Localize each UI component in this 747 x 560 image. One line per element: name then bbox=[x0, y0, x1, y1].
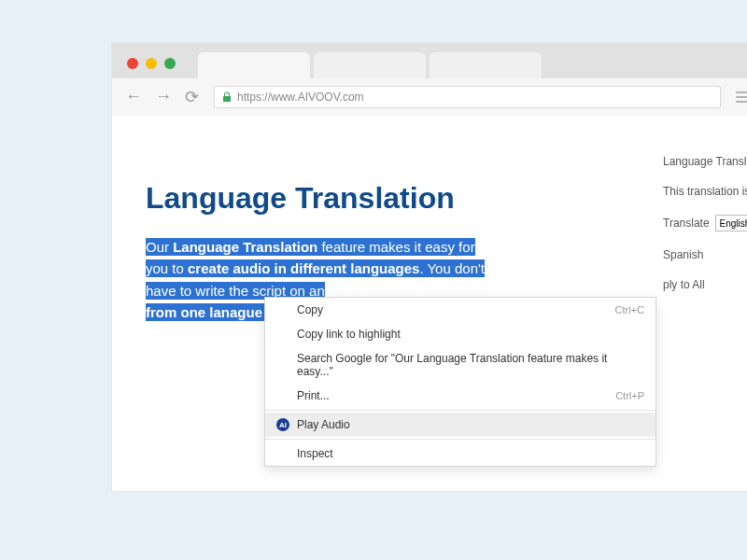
apply-label: ply to All bbox=[663, 278, 747, 291]
menu-separator bbox=[265, 439, 655, 440]
side-panel: Language Transla This translation is Tra… bbox=[663, 155, 747, 291]
menu-print[interactable]: Print... Ctrl+P bbox=[265, 384, 655, 408]
menu-inspect[interactable]: Inspect bbox=[265, 441, 655, 466]
spacer-icon bbox=[276, 358, 289, 371]
translate-label: Translate bbox=[663, 217, 710, 230]
menu-copy-link[interactable]: Copy link to highlight bbox=[265, 322, 655, 346]
side-panel-note: This translation is bbox=[663, 185, 747, 198]
maximize-window-icon[interactable] bbox=[164, 58, 176, 69]
window-controls bbox=[121, 58, 181, 78]
lock-icon bbox=[222, 91, 232, 103]
language-input-source[interactable] bbox=[715, 215, 747, 231]
url-text: https://www.AIVOOV.com bbox=[237, 91, 364, 104]
address-bar: ← → ⟳ https://www.AIVOOV.com bbox=[112, 78, 747, 116]
spacer-icon bbox=[276, 328, 289, 341]
translate-row: Translate bbox=[663, 215, 747, 231]
back-icon[interactable]: ← bbox=[125, 87, 142, 107]
tabs-container bbox=[198, 52, 545, 78]
minimize-window-icon[interactable] bbox=[146, 58, 157, 69]
menu-separator bbox=[265, 410, 655, 411]
forward-icon[interactable]: → bbox=[155, 87, 172, 107]
tab-bar bbox=[112, 43, 747, 78]
browser-tab-active[interactable] bbox=[198, 52, 310, 78]
menu-icon[interactable] bbox=[736, 91, 747, 103]
browser-tab[interactable] bbox=[430, 52, 542, 78]
spacer-icon bbox=[276, 389, 289, 402]
spacer-icon bbox=[276, 447, 289, 460]
menu-play-audio[interactable]: AI Play Audio bbox=[265, 413, 655, 437]
url-bar[interactable]: https://www.AIVOOV.com bbox=[214, 86, 721, 108]
close-window-icon[interactable] bbox=[127, 58, 138, 69]
page-title: Language Translation bbox=[146, 181, 732, 216]
language-target: Spanish bbox=[663, 248, 747, 261]
spacer-icon bbox=[276, 303, 289, 316]
side-panel-title: Language Transla bbox=[663, 155, 747, 168]
menu-copy[interactable]: Copy Ctrl+C bbox=[265, 298, 655, 322]
ai-icon: AI bbox=[276, 418, 289, 431]
nav-buttons: ← → ⟳ bbox=[125, 87, 199, 107]
reload-icon[interactable]: ⟳ bbox=[185, 87, 199, 107]
context-menu: Copy Ctrl+C Copy link to highlight Searc… bbox=[264, 297, 656, 467]
page-content: Language Translation Our Language Transl… bbox=[112, 116, 747, 323]
browser-tab[interactable] bbox=[314, 52, 426, 78]
menu-search-google[interactable]: Search Google for "Our Language Translat… bbox=[265, 346, 655, 384]
